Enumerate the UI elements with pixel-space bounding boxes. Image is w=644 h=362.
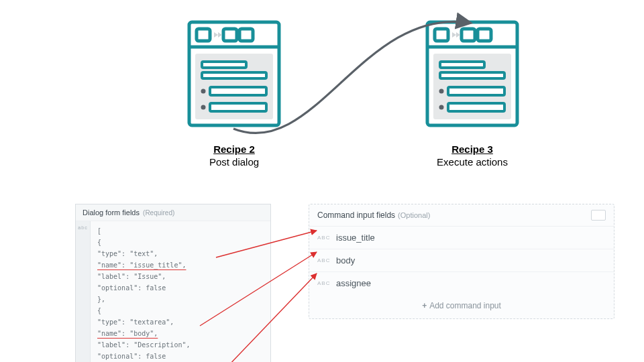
command-panel-toggle-icon[interactable] (591, 210, 606, 221)
svg-point-22 (439, 89, 444, 94)
add-command-input-button[interactable]: +Add command input (309, 294, 614, 318)
recipe-3-title: Recipe 3 (425, 143, 519, 155)
svg-rect-17 (462, 29, 475, 41)
command-panel-header: Command input fields (Optional) (309, 204, 614, 227)
command-input-label: body (336, 255, 355, 265)
svg-point-8 (201, 89, 206, 94)
plus-icon: + (422, 301, 427, 310)
svg-rect-20 (440, 62, 484, 68)
svg-marker-13 (218, 32, 222, 38)
svg-rect-11 (210, 103, 266, 111)
svg-rect-25 (448, 103, 504, 111)
code-gutter: abc (76, 221, 91, 362)
dialog-panel-header-label: Dialog form fields (83, 208, 140, 217)
command-panel-header-label: Command input fields (317, 210, 395, 220)
recipe-icon-right (425, 20, 519, 127)
dialog-panel-header-hint: (Required) (143, 209, 174, 217)
abc-icon: ABC (317, 280, 336, 286)
command-input-row[interactable]: ABCbody (309, 249, 614, 272)
command-input-fields-panel: Command input fields (Optional) ABCissue… (309, 204, 614, 319)
svg-rect-9 (210, 87, 266, 95)
command-panel-header-hint: (Optional) (398, 211, 430, 219)
command-input-row[interactable]: ABCissue_title (309, 227, 614, 249)
recipe-2-title: Recipe 2 (187, 143, 281, 155)
svg-rect-7 (202, 72, 266, 78)
svg-rect-21 (440, 72, 504, 78)
svg-rect-3 (223, 29, 237, 41)
svg-point-24 (439, 105, 444, 110)
recipe-3-subtitle: Execute actions (425, 156, 519, 168)
svg-rect-2 (197, 29, 210, 41)
svg-rect-4 (239, 29, 253, 41)
svg-marker-26 (452, 32, 456, 38)
command-input-label: assignee (336, 278, 371, 288)
dialog-panel-header: Dialog form fields (Required) (76, 204, 270, 221)
dialog-form-fields-panel: Dialog form fields (Required) abc [{"typ… (75, 204, 271, 362)
dialog-json-code[interactable]: [{"type": "text","name": "issue_title","… (91, 221, 270, 362)
svg-marker-27 (456, 32, 460, 38)
svg-rect-23 (448, 87, 504, 95)
caption-recipe-3: Recipe 3 Execute actions (425, 143, 519, 168)
svg-rect-16 (435, 29, 448, 41)
command-input-label: issue_title (336, 233, 375, 243)
svg-marker-12 (214, 32, 218, 38)
caption-recipe-2: Recipe 2 Post dialog (187, 143, 281, 168)
abc-icon: ABC (317, 235, 336, 241)
svg-rect-6 (202, 62, 246, 68)
svg-rect-18 (478, 29, 491, 41)
command-input-row[interactable]: ABCassignee (309, 272, 614, 294)
svg-point-10 (201, 105, 206, 110)
abc-icon: ABC (317, 257, 336, 263)
recipe-icon-left (187, 20, 281, 127)
recipe-2-subtitle: Post dialog (187, 156, 281, 168)
add-command-input-label: Add command input (429, 301, 501, 310)
